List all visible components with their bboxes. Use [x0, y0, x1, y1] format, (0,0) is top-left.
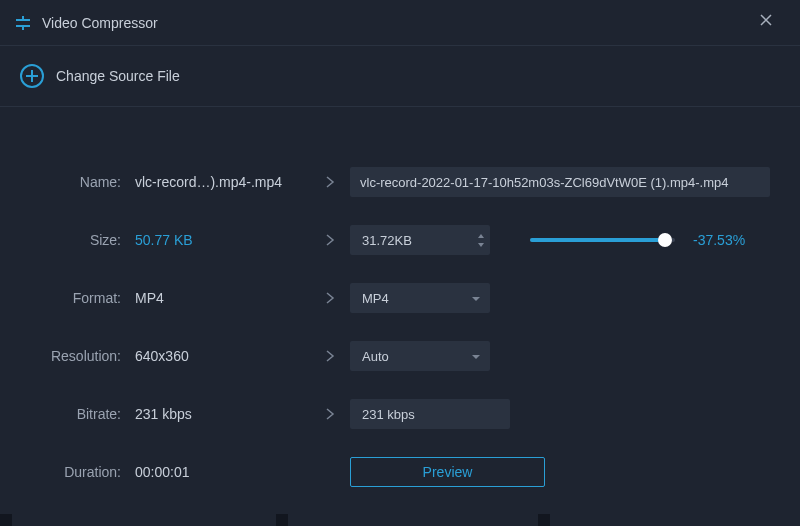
- size-target-field: 31.72KB: [350, 225, 490, 255]
- form: Name: vlc-record…).mp4-.mp4 Size: 50.77 …: [0, 107, 800, 526]
- size-slider[interactable]: [530, 238, 675, 242]
- bitrate-label: Bitrate:: [25, 406, 135, 422]
- name-field: [350, 167, 770, 197]
- format-dropdown[interactable]: MP4: [350, 283, 490, 313]
- row-bitrate: Bitrate: 231 kbps: [25, 399, 775, 429]
- resolution-field: Auto: [350, 341, 490, 371]
- chevron-down-icon: [470, 291, 482, 306]
- slider-fill: [530, 238, 668, 242]
- spinner-down-icon[interactable]: [476, 241, 486, 249]
- chevron-down-icon: [470, 349, 482, 364]
- add-icon[interactable]: [20, 64, 44, 88]
- size-percent: -37.53%: [693, 232, 745, 248]
- format-field: MP4: [350, 283, 490, 313]
- row-size: Size: 50.77 KB 31.72KB: [25, 225, 775, 255]
- size-value: 50.77 KB: [135, 232, 310, 248]
- name-label: Name:: [25, 174, 135, 190]
- bitrate-value: 231 kbps: [135, 406, 310, 422]
- chevron-right-icon: [310, 407, 350, 421]
- row-name: Name: vlc-record…).mp4-.mp4: [25, 167, 775, 197]
- format-selected: MP4: [362, 291, 389, 306]
- resolution-value: 640x360: [135, 348, 310, 364]
- chevron-right-icon: [310, 349, 350, 363]
- close-button[interactable]: [752, 10, 780, 35]
- format-label: Format:: [25, 290, 135, 306]
- titlebar-left: Video Compressor: [14, 14, 158, 32]
- duration-value: 00:00:01: [135, 464, 310, 480]
- filename-input[interactable]: [350, 167, 770, 197]
- format-value: MP4: [135, 290, 310, 306]
- resolution-label: Resolution:: [25, 348, 135, 364]
- bitrate-field: [350, 399, 510, 429]
- row-duration: Duration: 00:00:01 Preview: [25, 457, 775, 487]
- resolution-dropdown[interactable]: Auto: [350, 341, 490, 371]
- resolution-selected: Auto: [362, 349, 389, 364]
- chevron-right-icon: [310, 233, 350, 247]
- name-value: vlc-record…).mp4-.mp4: [135, 174, 310, 190]
- row-format: Format: MP4 MP4: [25, 283, 775, 313]
- bottom-strip: [0, 514, 800, 526]
- slider-thumb[interactable]: [658, 233, 672, 247]
- chevron-right-icon: [310, 175, 350, 189]
- spinner-buttons: [476, 232, 486, 249]
- change-source-label[interactable]: Change Source File: [56, 68, 180, 84]
- compressor-icon: [14, 14, 32, 32]
- row-resolution: Resolution: 640x360 Auto: [25, 341, 775, 371]
- slider-area: -37.53%: [530, 232, 745, 248]
- app-title: Video Compressor: [42, 15, 158, 31]
- bitrate-input[interactable]: [350, 399, 510, 429]
- preview-field: Preview: [350, 457, 545, 487]
- size-spinner[interactable]: 31.72KB: [350, 225, 490, 255]
- preview-button[interactable]: Preview: [350, 457, 545, 487]
- size-target-value: 31.72KB: [362, 233, 412, 248]
- size-label: Size:: [25, 232, 135, 248]
- chevron-right-icon: [310, 291, 350, 305]
- titlebar: Video Compressor: [0, 0, 800, 46]
- change-source-bar: Change Source File: [0, 46, 800, 107]
- duration-label: Duration:: [25, 464, 135, 480]
- spinner-up-icon[interactable]: [476, 232, 486, 240]
